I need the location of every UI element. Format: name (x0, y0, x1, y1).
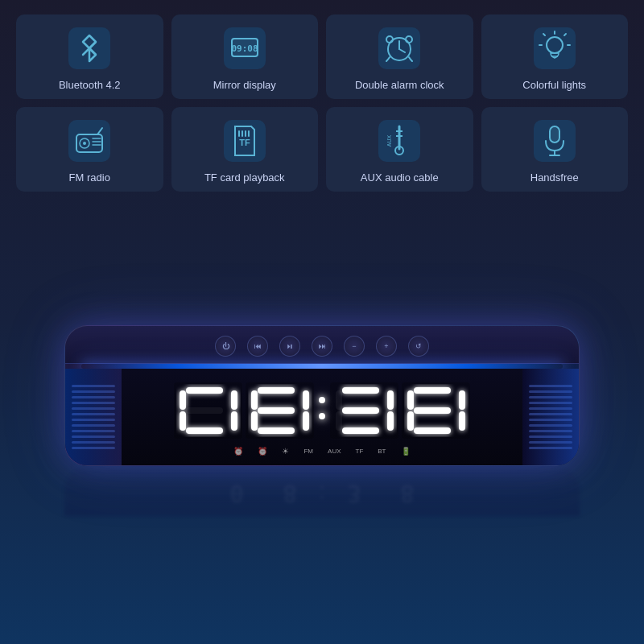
feature-alarm: Double alarm clock (326, 14, 473, 99)
feature-bluetooth: Bluetooth 4.2 (16, 14, 163, 99)
svg-rect-46 (231, 390, 237, 410)
status-bar: ⏰ ⏰ ☀ FM AUX (233, 447, 410, 456)
status-battery: 🔋 (401, 447, 411, 456)
next-button[interactable]: ⏭ (312, 336, 332, 357)
status-aux: AUX (328, 448, 341, 455)
reflection-clock: 0 8 : 3 8 (64, 477, 580, 516)
svg-rect-59 (336, 390, 342, 410)
speaker-body: ⏻ ⏮ ⏯ ⏭ − + ↺ (64, 325, 580, 466)
feature-mirror: 09:08 Mirror display (171, 14, 319, 99)
svg-text:AUX: AUX (386, 134, 392, 147)
bluetooth-label: Bluetooth 4.2 (59, 79, 121, 91)
svg-rect-70 (459, 411, 465, 431)
mode-button[interactable]: ↺ (408, 336, 429, 357)
prev-button[interactable]: ⏮ (247, 336, 268, 357)
svg-rect-56 (303, 411, 309, 431)
svg-rect-44 (186, 387, 223, 394)
status-alarm2: ⏰ (258, 447, 267, 456)
play-button[interactable]: ⏯ (279, 336, 300, 357)
tfcard-label: TF card playback (204, 171, 285, 184)
svg-rect-52 (251, 390, 258, 410)
feature-tfcard: TF TF card playback (171, 107, 319, 192)
svg-rect-69 (407, 411, 414, 431)
status-tf: TF (356, 448, 364, 455)
svg-rect-65 (414, 387, 451, 394)
product-area: ⏻ ⏮ ⏯ ⏭ − + ↺ (16, 203, 628, 636)
svg-rect-53 (303, 390, 309, 410)
digit-2 (330, 382, 398, 439)
display-area: ⏰ ⏰ ☀ FM AUX (122, 369, 522, 465)
digit-0 (174, 382, 242, 439)
svg-rect-47 (186, 407, 223, 414)
svg-rect-41 (550, 126, 559, 142)
svg-rect-58 (342, 387, 379, 394)
speaker-main: ⏰ ⏰ ☀ FM AUX (65, 369, 579, 465)
svg-rect-48 (180, 411, 186, 431)
svg-rect-49 (231, 411, 237, 431)
colon (317, 397, 327, 419)
speaker-controls: ⏻ ⏮ ⏯ ⏭ − + ↺ (65, 326, 579, 364)
alarm-label: Double alarm clock (355, 79, 444, 91)
bluetooth-icon (65, 24, 114, 72)
svg-line-17 (564, 34, 566, 35)
mirror-icon: 09:08 (221, 24, 269, 72)
speaker-reflection: 0 8 : 3 8 (64, 468, 580, 516)
svg-rect-45 (180, 390, 186, 410)
speaker-container: ⏻ ⏮ ⏯ ⏭ − + ↺ (48, 325, 596, 514)
svg-rect-60 (387, 390, 394, 410)
lights-icon (530, 24, 579, 72)
svg-rect-67 (459, 390, 465, 410)
svg-line-16 (543, 34, 545, 35)
aux-label: AUX audio cable (361, 171, 439, 184)
svg-point-23 (83, 142, 86, 145)
svg-rect-68 (414, 407, 451, 414)
svg-rect-64 (342, 427, 379, 434)
mic-icon (530, 117, 579, 165)
handsfree-label: Handsfree (530, 171, 579, 184)
status-alarm1: ⏰ (233, 447, 243, 456)
feature-grid: Bluetooth 4.2 09:08 Mirror display (16, 14, 628, 192)
status-bt: BT (378, 448, 386, 455)
page: Bluetooth 4.2 09:08 Mirror display (0, 0, 644, 644)
svg-rect-51 (258, 387, 295, 394)
svg-rect-54 (258, 407, 295, 414)
vol-up-button[interactable]: + (376, 336, 397, 357)
svg-rect-66 (407, 390, 414, 410)
feature-aux: AUX AUX audio cable (326, 107, 473, 192)
svg-rect-62 (336, 411, 342, 431)
feature-handsfree: Handsfree (481, 107, 629, 192)
svg-rect-57 (258, 427, 295, 434)
svg-text:TF: TF (239, 138, 250, 147)
vol-down-button[interactable]: − (344, 336, 365, 357)
status-brightness: ☀ (282, 447, 289, 456)
svg-rect-63 (387, 411, 394, 431)
digit-1 (246, 382, 314, 439)
feature-lights: Colorful lights (481, 14, 629, 99)
svg-rect-55 (251, 411, 258, 431)
svg-rect-71 (414, 427, 451, 434)
svg-rect-50 (186, 427, 223, 434)
tfcard-icon: TF (221, 117, 269, 165)
status-fm: FM (303, 448, 313, 455)
mirror-label: Mirror display (213, 79, 276, 91)
left-grill (65, 369, 122, 465)
lights-label: Colorful lights (522, 79, 586, 91)
right-grill (522, 369, 579, 465)
power-button[interactable]: ⏻ (215, 336, 236, 357)
digit-3 (402, 382, 470, 439)
radio-label: FM radio (69, 171, 110, 184)
aux-icon: AUX (375, 117, 423, 165)
feature-radio: FM radio (16, 107, 163, 192)
svg-text:09:08: 09:08 (231, 43, 258, 54)
radio-icon (65, 117, 114, 165)
svg-rect-61 (342, 407, 379, 414)
alarm-icon (375, 24, 423, 72)
clock-display (174, 382, 470, 439)
